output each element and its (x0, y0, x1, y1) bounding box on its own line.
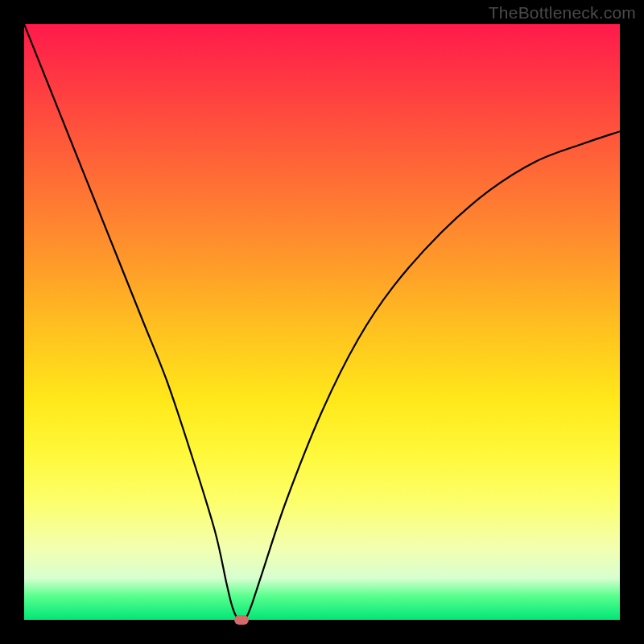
chart-frame: TheBottleneck.com (0, 0, 644, 644)
bottleneck-curve-path (24, 24, 620, 620)
optimal-point-marker (234, 615, 249, 625)
watermark-text: TheBottleneck.com (489, 3, 636, 23)
bottleneck-curve (24, 24, 620, 620)
